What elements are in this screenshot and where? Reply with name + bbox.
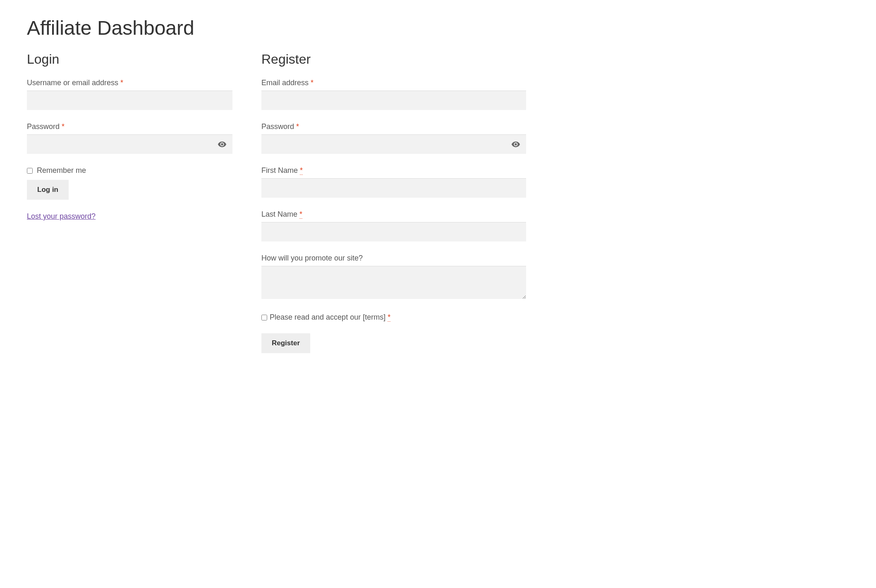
register-section: Register Email address * Password * Fi bbox=[261, 52, 526, 353]
remember-me-checkbox[interactable] bbox=[27, 168, 33, 174]
required-mark: * bbox=[120, 79, 123, 87]
required-mark: * bbox=[299, 210, 302, 219]
login-password-label-text: Password bbox=[27, 122, 62, 131]
login-password-input[interactable] bbox=[27, 134, 232, 154]
lost-password-link[interactable]: Lost your password? bbox=[27, 212, 96, 220]
username-label-text: Username or email address bbox=[27, 79, 120, 87]
last-name-label: Last Name * bbox=[261, 210, 526, 219]
required-mark: * bbox=[300, 166, 303, 175]
register-button[interactable]: Register bbox=[261, 333, 310, 353]
first-name-input[interactable] bbox=[261, 178, 526, 198]
register-heading: Register bbox=[261, 52, 526, 67]
register-password-label: Password * bbox=[261, 122, 526, 131]
login-password-label: Password * bbox=[27, 122, 232, 131]
login-section: Login Username or email address * Passwo… bbox=[27, 52, 232, 353]
first-name-label: First Name * bbox=[261, 166, 526, 175]
login-heading: Login bbox=[27, 52, 232, 67]
register-password-label-text: Password bbox=[261, 122, 296, 131]
required-mark: * bbox=[296, 122, 299, 131]
terms-checkbox[interactable] bbox=[261, 315, 267, 320]
first-name-label-text: First Name bbox=[261, 166, 300, 174]
terms-label: Please read and accept our [terms] bbox=[270, 313, 388, 321]
register-email-input[interactable] bbox=[261, 91, 526, 110]
last-name-input[interactable] bbox=[261, 222, 526, 241]
last-name-label-text: Last Name bbox=[261, 210, 299, 218]
show-password-icon[interactable] bbox=[218, 140, 227, 149]
login-button[interactable]: Log in bbox=[27, 180, 69, 200]
required-mark: * bbox=[62, 122, 65, 131]
register-password-input[interactable] bbox=[261, 134, 526, 154]
show-password-icon[interactable] bbox=[511, 140, 520, 149]
required-mark: * bbox=[388, 313, 390, 322]
username-label: Username or email address * bbox=[27, 79, 232, 87]
page-title: Affiliate Dashboard bbox=[27, 17, 849, 39]
required-mark: * bbox=[311, 79, 314, 87]
register-email-label: Email address * bbox=[261, 79, 526, 87]
promote-textarea[interactable] bbox=[261, 266, 526, 299]
remember-me-label: Remember me bbox=[37, 166, 86, 175]
username-input[interactable] bbox=[27, 91, 232, 110]
register-email-label-text: Email address bbox=[261, 79, 311, 87]
promote-label: How will you promote our site? bbox=[261, 254, 526, 263]
